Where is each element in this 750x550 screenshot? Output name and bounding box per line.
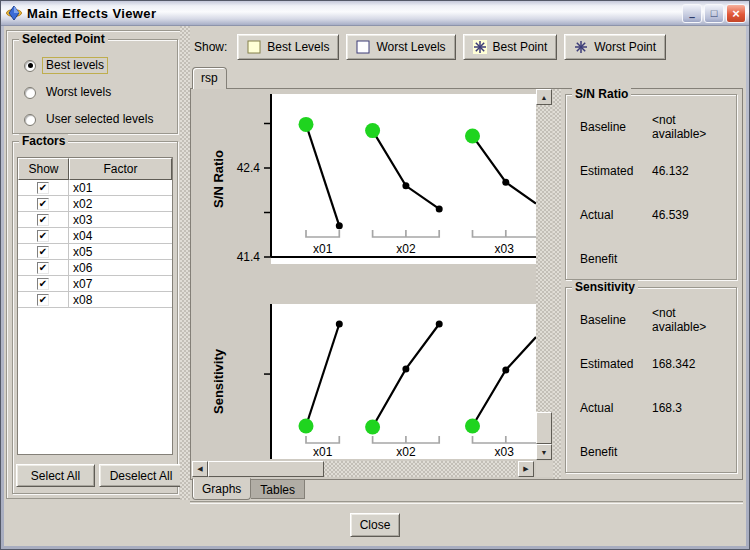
- factor-name: x05: [69, 245, 92, 259]
- stat-value: 46.132: [652, 164, 689, 178]
- factors-title: Factors: [19, 134, 68, 148]
- table-row[interactable]: ✔x04: [18, 228, 172, 244]
- table-row[interactable]: ✔x07: [18, 276, 172, 292]
- title-bar[interactable]: Main Effects Viewer – □ ×: [1, 1, 749, 26]
- close-button[interactable]: Close: [350, 513, 400, 537]
- checkbox-cell: ✔: [18, 260, 69, 275]
- stat-label: Estimated: [580, 164, 652, 178]
- checkbox-checked-icon[interactable]: ✔: [37, 198, 49, 210]
- radio-unselected-icon[interactable]: [24, 114, 36, 126]
- svg-text:Sensitivity: Sensitivity: [211, 348, 226, 414]
- splitter-left[interactable]: [180, 26, 190, 500]
- table-row[interactable]: ✔x06: [18, 260, 172, 276]
- toolbar-button-label: Worst Levels: [376, 40, 445, 54]
- svg-text:41.4: 41.4: [237, 250, 261, 264]
- table-row[interactable]: ✔x03: [18, 212, 172, 228]
- checkbox-cell: ✔: [18, 180, 69, 195]
- checkbox-cell: ✔: [18, 228, 69, 243]
- show-toolbar: Show: Best LevelsWorst LevelsBest PointW…: [194, 33, 666, 60]
- select-all-button[interactable]: Select All: [16, 464, 95, 487]
- charts-viewport: Sensitivityx01x02x03S/N Ratio41.442.4x01…: [191, 89, 552, 479]
- stat-value: 46.539: [652, 208, 689, 222]
- show-label: Show:: [194, 40, 227, 54]
- tab-rsp[interactable]: rsp: [192, 67, 227, 89]
- factor-name: x01: [69, 181, 92, 195]
- toolbar-button-label: Best Levels: [267, 40, 329, 54]
- stat-value: <not available>: [652, 113, 730, 141]
- checkbox-cell: ✔: [18, 244, 69, 259]
- worst-levels-button[interactable]: Worst Levels: [346, 34, 455, 60]
- stat-label: Estimated: [580, 357, 652, 371]
- table-row[interactable]: ✔x01: [18, 180, 172, 196]
- svg-text:42.4: 42.4: [237, 161, 261, 175]
- radio-option-worst-levels[interactable]: Worst levels: [13, 79, 177, 106]
- radio-label: User selected levels: [42, 111, 157, 128]
- factors-table-header: Show Factor: [18, 158, 172, 180]
- radio-option-best-levels[interactable]: Best levels: [13, 52, 177, 79]
- stats-row: Benefit: [580, 430, 730, 474]
- table-row[interactable]: ✔x02: [18, 196, 172, 212]
- stats-row: Benefit: [580, 237, 730, 281]
- vertical-scrollbar-thumb[interactable]: [536, 412, 552, 444]
- table-row[interactable]: ✔x05: [18, 244, 172, 260]
- checkbox-checked-icon[interactable]: ✔: [37, 294, 49, 306]
- radio-unselected-icon[interactable]: [24, 87, 36, 99]
- column-header-factor[interactable]: Factor: [69, 158, 172, 180]
- column-header-show[interactable]: Show: [18, 158, 69, 180]
- bottom-tabs: GraphsTables: [192, 479, 305, 501]
- scroll-left-button[interactable]: ◀: [192, 461, 208, 477]
- svg-text:x01: x01: [313, 445, 333, 459]
- tab-tables[interactable]: Tables: [251, 479, 305, 499]
- deselect-all-button[interactable]: Deselect All: [99, 464, 183, 487]
- show-toolbar-buttons: Best LevelsWorst LevelsBest PointWorst P…: [237, 34, 666, 60]
- stats-row: Estimated168.342: [580, 342, 730, 386]
- scroll-right-button[interactable]: ▶: [518, 461, 534, 477]
- checkbox-checked-icon[interactable]: ✔: [37, 246, 49, 258]
- stat-label: Benefit: [580, 252, 652, 266]
- stat-value: 168.342: [652, 357, 695, 371]
- selected-point-group: Selected Point Best levelsWorst levelsUs…: [12, 39, 178, 134]
- splitter-stats[interactable]: [553, 89, 561, 479]
- checkbox-checked-icon[interactable]: ✔: [37, 262, 49, 274]
- svg-text:x02: x02: [396, 242, 416, 256]
- tab-graphs[interactable]: Graphs: [192, 478, 251, 500]
- stat-label: Baseline: [580, 313, 652, 327]
- best-levels-button[interactable]: Best Levels: [237, 34, 339, 60]
- main-effects-viewer-window: Main Effects Viewer – □ × Selected Point…: [0, 0, 750, 550]
- maximize-button[interactable]: □: [704, 4, 724, 23]
- worst-point-button[interactable]: Worst Point: [564, 34, 666, 60]
- factors-group: Factors Show Factor ✔x01✔x02✔x03✔x04✔x05…: [12, 141, 178, 494]
- worst-point-icon: [574, 40, 588, 54]
- factor-name: x03: [69, 213, 92, 227]
- horizontal-scrollbar-thumb[interactable]: [208, 461, 324, 477]
- scrollbar-corner: [536, 461, 552, 477]
- factors-table: Show Factor ✔x01✔x02✔x03✔x04✔x05✔x06✔x07…: [17, 157, 173, 455]
- checkbox-cell: ✔: [18, 196, 69, 211]
- stats-rows: Baseline<not available>Estimated46.132Ac…: [580, 105, 730, 275]
- scroll-down-button[interactable]: ▼: [536, 444, 552, 460]
- checkbox-cell: ✔: [18, 292, 69, 307]
- factor-name: x08: [69, 293, 92, 307]
- checkbox-checked-icon[interactable]: ✔: [37, 278, 49, 290]
- checkbox-checked-icon[interactable]: ✔: [37, 182, 49, 194]
- left-panel: Selected Point Best levelsWorst levelsUs…: [6, 30, 184, 499]
- radio-option-user-selected-levels[interactable]: User selected levels: [13, 106, 177, 133]
- table-row[interactable]: ✔x08: [18, 292, 172, 308]
- checkbox-checked-icon[interactable]: ✔: [37, 230, 49, 242]
- radio-selected-icon[interactable]: [24, 60, 36, 72]
- factor-name: x02: [69, 197, 92, 211]
- selected-point-options: Best levelsWorst levelsUser selected lev…: [13, 40, 177, 133]
- checkbox-cell: ✔: [18, 276, 69, 291]
- stat-label: Actual: [580, 208, 652, 222]
- stat-label: Baseline: [580, 120, 652, 134]
- factor-name: x07: [69, 277, 92, 291]
- stats-rows: Baseline<not available>Estimated168.342A…: [580, 298, 730, 468]
- minimize-button[interactable]: –: [682, 4, 702, 23]
- scroll-up-button[interactable]: ▲: [536, 89, 552, 105]
- vertical-scrollbar-track[interactable]: [536, 105, 552, 444]
- best-point-button[interactable]: Best Point: [463, 34, 558, 60]
- stats-panel: S/N RatioBaseline<not available>Estimate…: [561, 89, 742, 479]
- checkbox-checked-icon[interactable]: ✔: [37, 214, 49, 226]
- toolbar-button-label: Best Point: [493, 40, 548, 54]
- close-window-button[interactable]: ×: [726, 4, 746, 23]
